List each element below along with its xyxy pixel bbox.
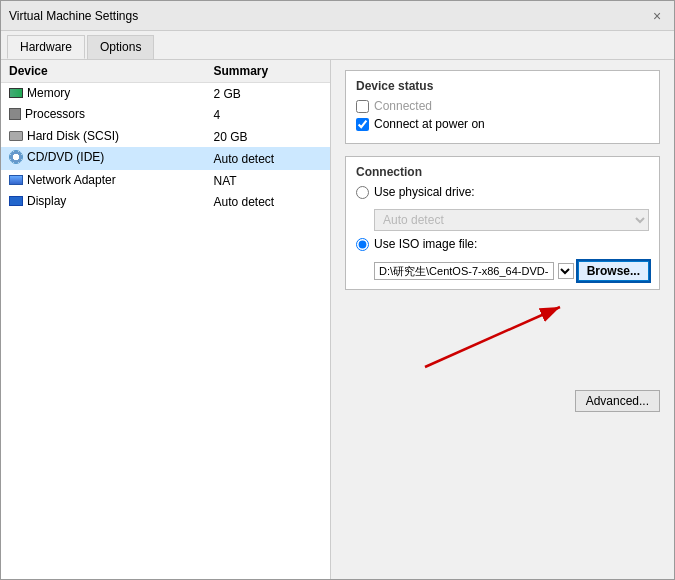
table-row[interactable]: Display Auto detect [1, 191, 330, 212]
table-row[interactable]: Hard Disk (SCSI) 20 GB [1, 126, 330, 147]
device-table: Device Summary Memory 2 GB [1, 60, 330, 212]
table-row[interactable]: Network Adapter NAT [1, 170, 330, 191]
red-arrow-svg [405, 292, 605, 372]
summary-cell: NAT [205, 170, 330, 191]
advanced-btn-row: Advanced... [345, 390, 660, 412]
tab-bar: Hardware Options [1, 31, 674, 60]
summary-cell: Auto detect [205, 191, 330, 212]
device-status-section: Device status Connected Connect at power… [345, 70, 660, 144]
iso-label: Use ISO image file: [374, 237, 477, 251]
table-row[interactable]: CD/DVD (IDE) Auto detect [1, 147, 330, 170]
table-row[interactable]: Processors 4 [1, 104, 330, 126]
col-device: Device [1, 60, 205, 83]
auto-detect-row: Auto detect [374, 209, 649, 231]
advanced-button[interactable]: Advanced... [575, 390, 660, 412]
right-panel: Device status Connected Connect at power… [331, 60, 674, 579]
connection-section: Connection Use physical drive: Auto dete… [345, 156, 660, 290]
table-row[interactable]: Memory 2 GB [1, 83, 330, 105]
device-cell: Processors [1, 104, 205, 126]
physical-drive-row: Use physical drive: [356, 185, 649, 199]
main-content: Device Summary Memory 2 GB [1, 60, 674, 579]
iso-input-row: Browse... [374, 261, 649, 281]
physical-drive-radio[interactable] [356, 186, 369, 199]
connect-power-row: Connect at power on [356, 117, 649, 131]
tab-hardware[interactable]: Hardware [7, 35, 85, 59]
tab-options[interactable]: Options [87, 35, 154, 59]
display-icon [9, 196, 23, 206]
iso-row-radio: Use ISO image file: [356, 237, 649, 251]
physical-drive-label: Use physical drive: [374, 185, 475, 199]
left-panel: Device Summary Memory 2 GB [1, 60, 331, 579]
connected-label: Connected [374, 99, 432, 113]
device-status-title: Device status [356, 79, 649, 93]
device-cell: CD/DVD (IDE) [1, 147, 205, 170]
close-button[interactable]: × [648, 7, 666, 25]
device-cell: Hard Disk (SCSI) [1, 126, 205, 147]
connection-radio-group: Use physical drive: Auto detect Use ISO … [356, 185, 649, 281]
connect-power-checkbox[interactable] [356, 118, 369, 131]
svg-line-1 [425, 307, 560, 367]
window-title: Virtual Machine Settings [9, 9, 138, 23]
connect-power-label: Connect at power on [374, 117, 485, 131]
summary-cell: 2 GB [205, 83, 330, 105]
browse-button[interactable]: Browse... [578, 261, 649, 281]
virtual-machine-settings-window: Virtual Machine Settings × Hardware Opti… [0, 0, 675, 580]
arrow-annotation [345, 302, 660, 382]
physical-drive-dropdown[interactable]: Auto detect [374, 209, 649, 231]
col-summary: Summary [205, 60, 330, 83]
summary-cell: 20 GB [205, 126, 330, 147]
connection-title: Connection [356, 165, 649, 179]
device-cell: Memory [1, 83, 205, 105]
summary-cell: Auto detect [205, 147, 330, 170]
cpu-icon [9, 108, 21, 120]
connected-row: Connected [356, 99, 649, 113]
summary-cell: 4 [205, 104, 330, 126]
cdrom-icon [9, 150, 23, 164]
memory-icon [9, 88, 23, 98]
iso-radio[interactable] [356, 238, 369, 251]
device-cell: Network Adapter [1, 170, 205, 191]
device-cell: Display [1, 191, 205, 212]
iso-dropdown[interactable] [558, 263, 574, 279]
network-icon [9, 175, 23, 185]
hdd-icon [9, 131, 23, 141]
connected-checkbox[interactable] [356, 100, 369, 113]
iso-path-input[interactable] [374, 262, 554, 280]
title-bar: Virtual Machine Settings × [1, 1, 674, 31]
